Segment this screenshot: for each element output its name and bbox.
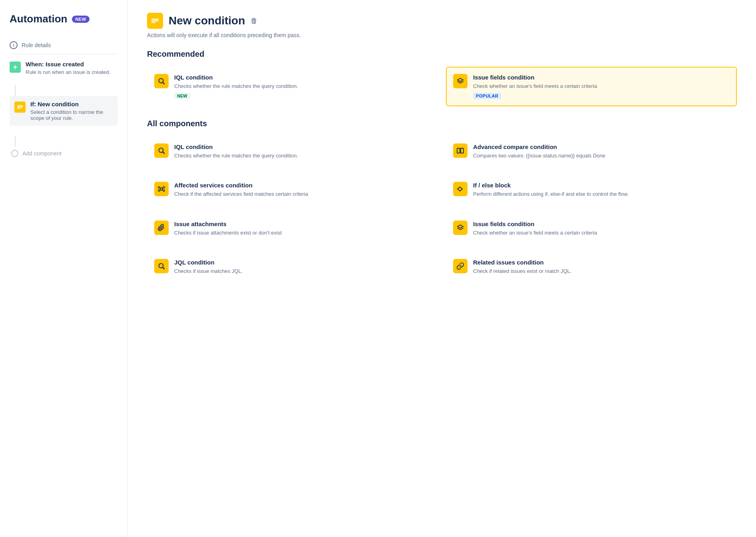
- svg-line-19: [163, 188, 163, 189]
- svg-point-14: [158, 187, 160, 188]
- svg-line-23: [163, 268, 165, 269]
- jql-body: JQL condition Checks if issue matches JQ…: [174, 259, 243, 275]
- all-iql-body: IQL condition Checks whether the rule ma…: [174, 143, 298, 160]
- delete-button[interactable]: 🗑: [251, 17, 258, 25]
- issue-fields-badge: POPULAR: [473, 93, 501, 99]
- add-component[interactable]: Add component: [11, 150, 118, 157]
- iql-badge: NEW: [174, 93, 190, 99]
- trigger-title: When: Issue created: [26, 61, 110, 68]
- issue-fields-name: Issue fields condition: [473, 74, 597, 81]
- all-components-grid: IQL condition Checks whether the rule ma…: [147, 136, 737, 282]
- svg-point-15: [163, 187, 165, 188]
- condition-title: If: New condition: [30, 101, 113, 107]
- issue-attachments-card[interactable]: Issue attachments Checks if issue attach…: [147, 213, 438, 244]
- all-issue-fields-body: Issue fields condition Check whether an …: [473, 221, 597, 237]
- all-issue-fields-name: Issue fields condition: [473, 221, 597, 227]
- page-header-icon: [147, 13, 163, 29]
- sidebar-header: Automation NEW: [10, 13, 118, 25]
- info-icon: i: [10, 41, 18, 49]
- related-issues-desc: Check if related issues exist or match J…: [473, 267, 571, 275]
- related-issues-icon: [453, 259, 468, 273]
- main-content: New condition 🗑 Actions will only execut…: [128, 0, 756, 537]
- affected-services-name: Affected services condition: [174, 182, 308, 189]
- svg-line-7: [163, 83, 165, 84]
- if-else-card[interactable]: If / else block Perform different action…: [446, 175, 737, 205]
- recommended-section-title: Recommended: [147, 50, 737, 59]
- svg-rect-11: [461, 148, 464, 153]
- trigger-block[interactable]: + When: Issue created Rule is run when a…: [10, 61, 118, 75]
- issue-attachments-body: Issue attachments Checks if issue attach…: [174, 221, 282, 237]
- connector-line-2: [15, 135, 16, 147]
- if-else-name: If / else block: [473, 182, 629, 189]
- recommended-grid: IQL condition Checks whether the rule ma…: [147, 67, 737, 106]
- svg-point-16: [158, 190, 160, 191]
- jql-card[interactable]: JQL condition Checks if issue matches JQ…: [147, 252, 438, 282]
- condition-icon: [14, 101, 26, 113]
- jql-icon: [154, 259, 169, 273]
- affected-services-icon: [154, 182, 169, 196]
- all-issue-fields-icon: [453, 221, 468, 235]
- app-title: Automation: [10, 13, 67, 25]
- all-iql-card[interactable]: IQL condition Checks whether the rule ma…: [147, 136, 438, 167]
- if-else-desc: Perform different actions using if, else…: [473, 190, 629, 198]
- svg-rect-10: [457, 148, 460, 153]
- all-iql-desc: Checks whether the rule matches the quer…: [174, 152, 298, 160]
- all-components-section-title: All components: [147, 119, 737, 128]
- rule-details-label: Rule details: [22, 42, 51, 48]
- recommended-issue-fields-card[interactable]: Issue fields condition Check whether an …: [446, 67, 737, 106]
- svg-line-21: [163, 189, 163, 190]
- advanced-compare-icon: [453, 143, 468, 158]
- advanced-compare-body: Advanced compare condition Compares two …: [473, 143, 605, 160]
- svg-line-20: [160, 189, 160, 190]
- page-title: New condition: [169, 14, 245, 27]
- svg-point-17: [163, 190, 165, 191]
- iql-desc: Checks whether the rule matches the quer…: [174, 82, 298, 90]
- related-issues-name: Related issues condition: [473, 259, 571, 266]
- page-header: New condition 🗑: [147, 13, 737, 29]
- advanced-compare-name: Advanced compare condition: [473, 143, 605, 150]
- add-component-circle: [11, 150, 18, 157]
- trigger-content: When: Issue created Rule is run when an …: [26, 61, 110, 75]
- add-component-label: Add component: [22, 150, 62, 157]
- related-issues-body: Related issues condition Check if relate…: [473, 259, 571, 275]
- recommended-iql-card[interactable]: IQL condition Checks whether the rule ma…: [147, 67, 438, 106]
- iql-icon: [154, 74, 169, 88]
- svg-line-9: [163, 152, 165, 153]
- if-else-body: If / else block Perform different action…: [473, 182, 629, 198]
- affected-services-card[interactable]: Affected services condition Check if the…: [147, 175, 438, 205]
- issue-fields-card-body: Issue fields condition Check whether an …: [473, 74, 597, 99]
- jql-desc: Checks if issue matches JQL.: [174, 267, 243, 275]
- advanced-compare-desc: Compares two values: {{issue.status.name…: [473, 152, 605, 160]
- advanced-compare-card[interactable]: Advanced compare condition Compares two …: [446, 136, 737, 167]
- trigger-icon: +: [10, 62, 21, 73]
- connector-line: [15, 85, 16, 96]
- condition-description: Select a condition to narrow the scope o…: [30, 109, 113, 121]
- all-iql-icon: [154, 143, 169, 158]
- issue-fields-icon: [453, 74, 468, 88]
- app-badge: NEW: [72, 16, 89, 23]
- issue-attachments-icon: [154, 221, 169, 235]
- iql-name: IQL condition: [174, 74, 298, 81]
- affected-services-desc: Check if the affected services field mat…: [174, 190, 308, 198]
- condition-block[interactable]: If: New condition Select a condition to …: [10, 96, 118, 126]
- page-subtitle: Actions will only execute if all conditi…: [147, 32, 737, 38]
- svg-line-18: [160, 188, 160, 189]
- issue-fields-desc: Check whether an issue's field meets a c…: [473, 82, 597, 90]
- trigger-description: Rule is run when an issue is created.: [26, 69, 110, 75]
- if-else-icon: [453, 182, 468, 196]
- all-iql-name: IQL condition: [174, 143, 298, 150]
- issue-attachments-desc: Checks if issue attachments exist or don…: [174, 229, 282, 237]
- affected-services-body: Affected services condition Check if the…: [174, 182, 308, 198]
- rule-details-item[interactable]: i Rule details: [10, 36, 118, 54]
- condition-content: If: New condition Select a condition to …: [30, 101, 113, 121]
- jql-name: JQL condition: [174, 259, 243, 266]
- related-issues-card[interactable]: Related issues condition Check if relate…: [446, 252, 737, 282]
- all-issue-fields-card[interactable]: Issue fields condition Check whether an …: [446, 213, 737, 244]
- all-issue-fields-desc: Check whether an issue's field meets a c…: [473, 229, 597, 237]
- sidebar: Automation NEW i Rule details + When: Is…: [0, 0, 128, 537]
- svg-point-13: [160, 188, 163, 190]
- issue-attachments-name: Issue attachments: [174, 221, 282, 227]
- iql-card-body: IQL condition Checks whether the rule ma…: [174, 74, 298, 99]
